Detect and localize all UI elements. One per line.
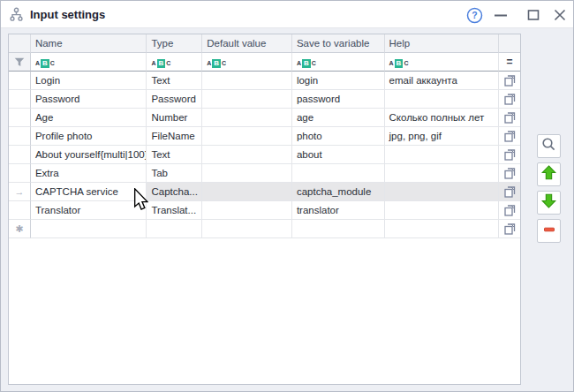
abc-filter-icon: ABC xyxy=(297,59,316,68)
table-row[interactable]: →CAPTCHA serviceCaptcha...captcha_module xyxy=(9,183,520,201)
cell-name[interactable]: Age xyxy=(31,109,147,127)
cell-name[interactable]: Translator xyxy=(31,201,147,220)
cell-type[interactable]: Translat... xyxy=(147,201,202,220)
table-row[interactable]: Profile photoFileNamephotojpg, png, gif xyxy=(9,127,520,146)
cell-type[interactable] xyxy=(147,220,202,238)
cell-name[interactable]: Profile photo xyxy=(31,127,147,146)
cell-help[interactable] xyxy=(385,146,500,164)
row-indicator-cell xyxy=(9,201,31,220)
cell-default[interactable] xyxy=(202,72,292,90)
cell-name[interactable]: Login xyxy=(31,72,147,90)
search-button[interactable] xyxy=(537,134,561,158)
cell-type[interactable]: FileName xyxy=(147,127,202,146)
filter-input-save-to-variable[interactable]: ABC xyxy=(292,53,385,72)
copy-icon[interactable] xyxy=(499,109,520,126)
filter-equals-icon[interactable]: = xyxy=(499,53,520,72)
remove-button[interactable] xyxy=(537,219,561,243)
cell-type[interactable]: Password xyxy=(147,90,202,109)
cell-name[interactable]: CAPTCHA service xyxy=(31,183,147,201)
row-indicator-cell xyxy=(9,146,31,164)
copy-icon[interactable] xyxy=(499,201,520,219)
filter-input-name[interactable]: ABC xyxy=(31,53,147,72)
copy-icon[interactable] xyxy=(499,220,520,237)
cell-variable[interactable] xyxy=(292,220,385,238)
copy-cell xyxy=(499,164,520,183)
cell-variable[interactable]: age xyxy=(292,109,385,127)
column-header-copy xyxy=(499,34,520,53)
cell-name[interactable]: Extra xyxy=(31,164,147,183)
copy-icon[interactable] xyxy=(499,72,520,89)
abc-filter-icon: ABC xyxy=(151,59,170,68)
cell-variable[interactable]: captcha_module xyxy=(292,183,385,201)
abc-filter-icon: ABC xyxy=(207,59,226,68)
cell-default[interactable] xyxy=(202,220,292,238)
filter-input-help[interactable]: ABC xyxy=(385,53,500,72)
cell-help[interactable] xyxy=(385,201,500,220)
magnifier-icon xyxy=(541,137,556,155)
cell-help[interactable] xyxy=(385,220,500,238)
cell-variable[interactable]: login xyxy=(292,72,385,90)
copy-cell xyxy=(499,109,520,127)
table-row[interactable]: AgeNumberageСколько полных лет xyxy=(9,109,520,127)
copy-icon[interactable] xyxy=(499,183,520,200)
help-circle-icon[interactable]: ? xyxy=(465,6,483,24)
cell-variable[interactable]: photo xyxy=(292,127,385,146)
cell-name[interactable]: Password xyxy=(31,90,147,109)
column-header-default-value[interactable]: Default value xyxy=(202,34,292,53)
abc-filter-icon: ABC xyxy=(35,59,55,68)
grid-new-row[interactable]: ✱ xyxy=(9,220,520,238)
cell-name[interactable]: About yourself{multi|100} xyxy=(31,146,147,164)
cell-help[interactable]: email аккаунта xyxy=(385,72,500,90)
column-header-save-to-variable[interactable]: Save to variable xyxy=(292,34,385,53)
copy-icon[interactable] xyxy=(499,90,520,108)
grid-header-row: Name Type Default value Save to variable… xyxy=(9,34,520,53)
filter-input-type[interactable]: ABC xyxy=(147,53,202,72)
cell-variable[interactable] xyxy=(292,164,385,183)
header-indicator-cell xyxy=(9,34,31,53)
copy-icon[interactable] xyxy=(499,146,520,163)
copy-cell xyxy=(499,201,520,220)
maximize-icon[interactable] xyxy=(525,6,542,24)
cell-type[interactable]: Tab xyxy=(147,164,202,183)
cell-default[interactable] xyxy=(202,127,292,146)
cell-name[interactable] xyxy=(31,220,147,238)
filter-input-default-value[interactable]: ABC xyxy=(202,53,292,72)
column-header-type[interactable]: Type xyxy=(147,34,202,53)
copy-icon[interactable] xyxy=(499,127,520,145)
titlebar: Input settings ? xyxy=(1,1,573,28)
cell-type[interactable]: Text xyxy=(147,146,202,164)
cell-help[interactable]: Сколько полных лет xyxy=(385,109,500,127)
cell-default[interactable] xyxy=(202,90,292,109)
close-icon[interactable] xyxy=(551,6,569,24)
cell-variable[interactable]: password xyxy=(292,90,385,109)
cell-variable[interactable]: about xyxy=(292,146,385,164)
filter-funnel-icon[interactable] xyxy=(9,53,31,72)
cell-default[interactable] xyxy=(202,183,292,201)
table-row[interactable]: PasswordPasswordpassword xyxy=(9,90,520,109)
table-row[interactable]: TranslatorTranslat...translator xyxy=(9,201,520,220)
table-row[interactable]: About yourself{multi|100}Textabout xyxy=(9,146,520,164)
move-up-button[interactable] xyxy=(537,162,561,186)
row-indicator-cell xyxy=(9,164,31,183)
cell-default[interactable] xyxy=(202,201,292,220)
cell-help[interactable] xyxy=(385,164,500,183)
cell-variable[interactable]: translator xyxy=(292,201,385,220)
column-header-help[interactable]: Help xyxy=(385,34,500,53)
copy-icon[interactable] xyxy=(499,164,520,182)
table-row[interactable]: ExtraTab xyxy=(9,164,520,183)
table-row[interactable]: LoginTextloginemail аккаунта xyxy=(9,72,520,90)
row-indicator-cell xyxy=(9,109,31,127)
cell-default[interactable] xyxy=(202,146,292,164)
copy-cell xyxy=(499,183,520,201)
cell-default[interactable] xyxy=(202,164,292,183)
cell-help[interactable]: jpg, png, gif xyxy=(385,127,500,146)
cell-default[interactable] xyxy=(202,109,292,127)
column-header-name[interactable]: Name xyxy=(31,34,147,53)
cell-type[interactable]: Captcha... xyxy=(147,183,202,201)
move-down-button[interactable] xyxy=(537,191,561,215)
cell-help[interactable] xyxy=(385,183,500,201)
cell-help[interactable] xyxy=(385,90,500,109)
cell-type[interactable]: Text xyxy=(147,72,202,90)
cell-type[interactable]: Number xyxy=(147,109,202,127)
minimize-icon[interactable] xyxy=(492,6,510,24)
